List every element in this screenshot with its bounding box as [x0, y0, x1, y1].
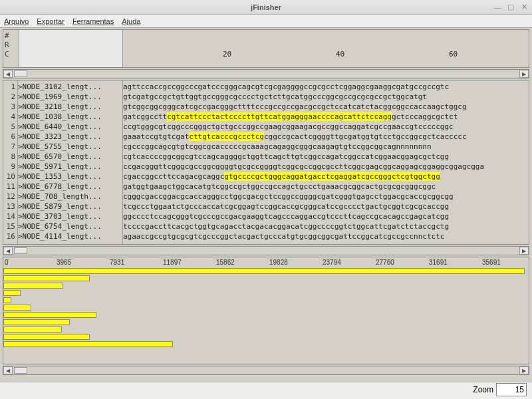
scroll-right-icon[interactable]: ▶ [519, 70, 529, 78]
coverage-tick: 7931 [110, 259, 124, 266]
menu-help[interactable]: Ajuda [122, 17, 140, 25]
coverage-bar [3, 341, 173, 347]
coverage-bar [3, 319, 70, 325]
coverage-tick: 3965 [57, 259, 71, 266]
line-numbers: 12345678910111213141516 [3, 80, 18, 244]
read-sequence[interactable]: gatcggccttcgtcattccctactccccttgttcatggag… [123, 112, 529, 122]
highlighted-region[interactable]: gtgccccgctgggcaggatgacctcgaggatcgccgggct… [224, 172, 440, 181]
coverage-tick: 35691 [482, 259, 501, 266]
line-number: 6 [3, 132, 15, 142]
read-name[interactable]: >NODE_5971_lengt... [18, 162, 122, 172]
coverage-tick: 15862 [216, 259, 235, 266]
scroll-thumb[interactable] [14, 70, 27, 77]
line-number: 13 [3, 201, 15, 211]
scroll-right-icon[interactable]: ▶ [519, 366, 529, 374]
scroll-thumb[interactable] [14, 367, 27, 374]
coverage-bars [3, 268, 529, 361]
read-sequences-column[interactable]: agttccaccgccggcccgatcccgggcagcgtcgcgaggg… [123, 80, 529, 244]
scroll-left-icon[interactable]: ◀ [3, 70, 13, 78]
coverage-tick: 31691 [429, 259, 448, 266]
read-sequence[interactable]: ggcccctccagcgggtcgcccgccgacgaaggtcagccca… [123, 211, 529, 221]
coverage-tick: 27760 [376, 259, 394, 266]
coverage-tick: 11897 [163, 259, 182, 266]
line-number: 5 [3, 122, 15, 132]
read-sequence[interactable]: cgtcaccccggcggcgtccagcaggggctggttcagcttg… [123, 152, 529, 162]
read-name[interactable]: >NODE_3218_lengt... [18, 102, 122, 112]
read-sequence[interactable]: cgggcgaccggacgcaccagggcctggcgacgctccggcc… [123, 192, 529, 201]
highlighted-region[interactable]: cgtcattccctactccccttgttcatggagggaaccccag… [167, 112, 392, 121]
scroll-right-icon[interactable]: ▶ [519, 247, 529, 255]
read-sequence[interactable]: gatggtgaagctggcacatgtcggccgctggccgccagct… [123, 182, 529, 192]
menu-file[interactable]: Arquivo [4, 17, 29, 25]
highlighted-region[interactable]: cttgtcacccgccctcg [189, 132, 264, 141]
read-name[interactable]: >NODE_1969_lengt... [18, 92, 122, 102]
read-sequence[interactable]: ccgtgggcgtcggcccgggctgctgcccggccgaagcgga… [123, 122, 529, 132]
read-sequence[interactable]: gaaatccgtgtcgatcttgtcacccgccctcgcggccgca… [123, 132, 529, 142]
ref-scrollbar[interactable]: ◀ ▶ [3, 69, 529, 78]
coverage-bar [3, 305, 31, 311]
read-name[interactable]: >NODE_3102_lengt... [18, 82, 122, 92]
line-number: 14 [3, 211, 15, 221]
ref-sequence-area: 204060 CGAAGGCCGCCATCCAGCGGTCCGCCGGCCAAT… [123, 30, 529, 67]
ruler: 204060 [123, 50, 529, 59]
window-title: jFinisher [251, 3, 281, 11]
read-name[interactable]: >NODE_6570_lengt... [18, 152, 122, 162]
coverage-bar [3, 327, 62, 332]
line-number: 8 [3, 152, 15, 162]
read-sequence[interactable]: cgcccggcagcgtgtcggcgcacccccgcaaagcagaggc… [123, 142, 529, 152]
window-controls: — ▢ ✕ [492, 2, 529, 13]
read-sequence[interactable]: agaaccgccgtgcgcgtcgcccggctacgactgcccatgt… [123, 231, 529, 241]
menu-export[interactable]: Exportar [37, 17, 65, 25]
ref-label-r: R [5, 41, 17, 50]
coverage-bar [3, 312, 96, 318]
read-name[interactable]: >NODE_1353_lengt... [18, 172, 122, 182]
read-sequence[interactable]: tccccgaccttcacgctggtgcagacctacgacacggaca… [123, 221, 529, 231]
coverage-tick: 23794 [323, 259, 341, 266]
line-number: 4 [3, 112, 15, 122]
line-number: 15 [3, 221, 15, 231]
line-number: 11 [3, 182, 15, 192]
coverage-panel: 0396579311189715862198282379427760316913… [3, 257, 529, 364]
ref-row-labels: # R C [3, 30, 19, 67]
read-name[interactable]: >NODE_4114_lengt... [18, 231, 122, 241]
read-name[interactable]: >NODE_6778_lengt... [18, 182, 122, 192]
read-sequence[interactable]: gtcggcggcgggcatcgccgacgggcttttcccgccgccg… [123, 102, 529, 112]
read-name[interactable]: >NODE_6440_lengt... [18, 122, 122, 132]
maximize-icon[interactable]: ▢ [505, 2, 516, 13]
read-name[interactable]: >NODE_1038_lengt... [18, 112, 122, 122]
coverage-bar [3, 297, 11, 303]
zoom-label: Zoom [473, 385, 493, 394]
read-sequence[interactable]: agttccaccgccggcccgatcccgggcagcgtcgcgaggg… [123, 82, 529, 92]
line-number: 16 [3, 231, 15, 241]
read-name[interactable]: >NODE_3323_lengt... [18, 132, 122, 142]
read-sequence[interactable]: ccgacgggttcgggcgccggcggggtgcgccggggtcggc… [123, 162, 529, 172]
minimize-icon[interactable]: — [492, 2, 503, 13]
coverage-ruler: 0396579311189715862198282379427760316913… [3, 257, 529, 268]
line-number: 3 [3, 102, 15, 112]
coverage-bar [3, 283, 63, 289]
reads-scrollbar[interactable]: ◀ ▶ [3, 246, 529, 255]
read-name[interactable]: >NODE_6754_lengt... [18, 221, 122, 231]
read-name[interactable]: >NODE_3703_lengt... [18, 211, 122, 221]
scroll-left-icon[interactable]: ◀ [3, 366, 13, 374]
read-sequence[interactable]: gtcgatgccgctgttggtgccgggcgcccctgctcttgca… [123, 92, 529, 102]
ruler-tick: 60 [449, 50, 458, 59]
coverage-bar [3, 275, 90, 281]
read-name[interactable]: >NODE_708_length... [18, 192, 122, 201]
read-sequence[interactable]: cgaccggccttccagacgcaggcgtgccccgctgggcagg… [123, 172, 529, 182]
read-sequence[interactable]: tcgccctggaatctgcccaccatcgcggagtccggcaccg… [123, 201, 529, 211]
scroll-left-icon[interactable]: ◀ [3, 247, 13, 255]
read-name[interactable]: >NODE_5755_lengt... [18, 142, 122, 152]
zoom-control: Zoom [473, 383, 527, 396]
read-names-column: >NODE_3102_lengt...>NODE_1969_lengt...>N… [18, 80, 123, 244]
close-icon[interactable]: ✕ [519, 2, 529, 13]
menu-tools[interactable]: Ferramentas [72, 17, 114, 25]
zoom-input[interactable] [496, 383, 527, 396]
read-name[interactable]: >NODE_5879_lengt... [18, 201, 122, 211]
reads-panel: 12345678910111213141516 >NODE_3102_lengt… [3, 80, 529, 245]
line-number: 10 [3, 172, 15, 182]
coverage-scrollbar[interactable]: ◀ ▶ [3, 366, 529, 375]
reference-panel: # R C 204060 CGAAGGCCGCCATCCAGCGGTCCGCCG… [3, 29, 529, 68]
scroll-thumb[interactable] [14, 247, 27, 254]
ref-name-pad [19, 30, 123, 67]
